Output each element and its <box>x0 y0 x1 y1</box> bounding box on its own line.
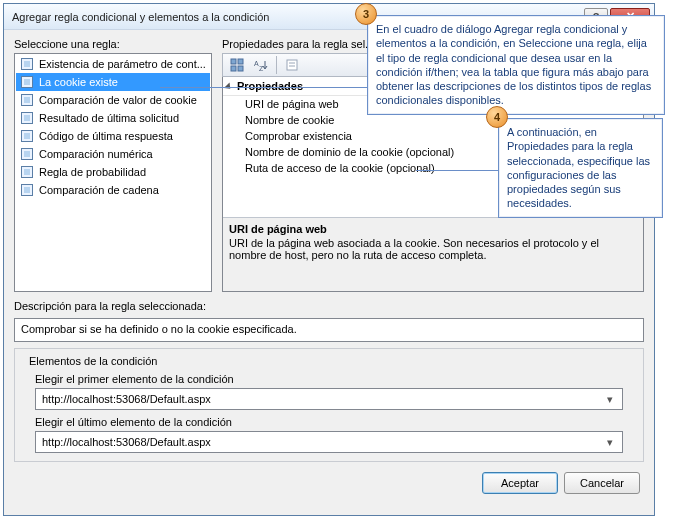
callout-text: A continuación, en Propiedades para la r… <box>507 125 654 211</box>
rule-item[interactable]: Resultado de última solicitud <box>16 109 210 127</box>
first-item-combo[interactable]: http://localhost:53068/Default.aspx ▾ <box>35 388 623 410</box>
callout-leader <box>160 87 367 88</box>
callout-4: 4 A continuación, en Propiedades para la… <box>498 118 663 218</box>
rule-icon <box>19 182 35 198</box>
rule-icon <box>19 146 35 162</box>
rule-icon <box>19 56 35 72</box>
callout-leader <box>416 170 498 171</box>
first-item-value: http://localhost:53068/Default.aspx <box>42 393 211 405</box>
prop-desc-text: URI de la página web asociada a la cooki… <box>229 237 637 261</box>
chevron-down-icon: ▾ <box>602 391 618 407</box>
rule-item-label: Código de última respuesta <box>39 130 173 142</box>
rule-item[interactable]: Comparación de cadena <box>16 181 210 199</box>
rule-icon <box>19 74 35 90</box>
select-rule-label: Seleccione una regla: <box>14 38 212 50</box>
rule-item-label: Regla de probabilidad <box>39 166 146 178</box>
rule-listbox[interactable]: Existencia de parámetro de cont...La coo… <box>14 53 212 292</box>
categorized-icon[interactable] <box>226 55 248 75</box>
callout-badge: 4 <box>486 106 508 128</box>
svg-rect-0 <box>231 59 236 64</box>
rule-icon <box>19 110 35 126</box>
rule-item[interactable]: Existencia de parámetro de cont... <box>16 55 210 73</box>
prop-desc-title: URI de página web <box>229 223 637 235</box>
rule-description-box: Comprobar si se ha definido o no la cook… <box>14 318 644 342</box>
rule-item-label: Comparación de valor de cookie <box>39 94 197 106</box>
callout-badge: 3 <box>355 3 377 25</box>
toolbar-separator <box>276 56 277 74</box>
ok-button[interactable]: Aceptar <box>482 472 558 494</box>
last-item-label: Elegir el último elemento de la condició… <box>35 416 633 428</box>
rule-item[interactable]: Comparación de valor de cookie <box>16 91 210 109</box>
cancel-button[interactable]: Cancelar <box>564 472 640 494</box>
rule-item[interactable]: Comparación numérica <box>16 145 210 163</box>
property-pages-icon[interactable] <box>281 55 303 75</box>
callout-text: En el cuadro de diálogo Agregar regla co… <box>376 22 656 108</box>
chevron-down-icon: ▾ <box>602 434 618 450</box>
alphabetical-icon[interactable]: AZ <box>250 55 272 75</box>
rule-item[interactable]: Regla de probabilidad <box>16 163 210 181</box>
last-item-value: http://localhost:53068/Default.aspx <box>42 436 211 448</box>
last-item-combo[interactable]: http://localhost:53068/Default.aspx ▾ <box>35 431 623 453</box>
elements-legend: Elementos de la condición <box>25 355 161 367</box>
rule-icon <box>19 128 35 144</box>
rule-item[interactable]: Código de última respuesta <box>16 127 210 145</box>
callout-3: 3 En el cuadro de diálogo Agregar regla … <box>367 15 665 115</box>
rule-item-label: La cookie existe <box>39 76 118 88</box>
svg-rect-3 <box>238 66 243 71</box>
property-description-pane: URI de página web URI de la página web a… <box>223 217 643 291</box>
rule-item-label: Comparación de cadena <box>39 184 159 196</box>
rule-item-label: Existencia de parámetro de cont... <box>39 58 206 70</box>
svg-rect-6 <box>287 60 297 70</box>
rule-icon <box>19 92 35 108</box>
rule-item-label: Comparación numérica <box>39 148 153 160</box>
condition-elements-group: Elementos de la condición Elegir el prim… <box>14 348 644 462</box>
rule-description-label: Descripción para la regla seleccionada: <box>14 300 644 312</box>
rule-item[interactable]: La cookie existe <box>16 73 210 91</box>
svg-rect-2 <box>231 66 236 71</box>
rule-item-label: Resultado de última solicitud <box>39 112 179 124</box>
first-item-label: Elegir el primer elemento de la condició… <box>35 373 633 385</box>
svg-rect-1 <box>238 59 243 64</box>
rule-icon <box>19 164 35 180</box>
